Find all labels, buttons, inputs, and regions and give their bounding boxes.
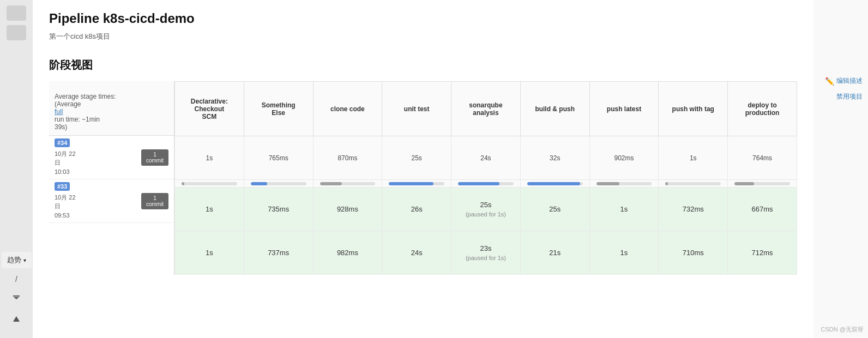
- bar-cell-8: [728, 180, 797, 188]
- avg-time-2: 870ms: [313, 136, 382, 180]
- bar-cell-1: [244, 180, 313, 188]
- main-content: Pipeline k8s-cicd-demo 第一个cicd k8s项目 阶段视…: [33, 0, 813, 338]
- build-badge-34[interactable]: #34: [55, 138, 70, 147]
- b34-stage-1[interactable]: 735ms: [244, 188, 313, 231]
- bar-cell-0: [175, 180, 244, 188]
- avg-bar-row: [175, 180, 797, 188]
- scroll-up-icon[interactable]: [8, 290, 25, 306]
- avg-time-0: 1s: [175, 136, 244, 180]
- b33-stage-2[interactable]: 982ms: [313, 231, 382, 275]
- bar-cell-3: [382, 180, 451, 188]
- sidebar-top-btn-2[interactable]: [7, 25, 26, 40]
- commit-box-34[interactable]: 1commit: [141, 149, 168, 166]
- stage-table-wrapper: Declarative:CheckoutSCM SomethingElse cl…: [174, 81, 797, 275]
- build-badge-33[interactable]: #33: [55, 182, 70, 191]
- avg-time-1: 765ms: [244, 136, 313, 180]
- stage-header-2: clone code: [313, 82, 382, 136]
- avg-time-6: 902ms: [589, 136, 659, 180]
- stage-header-7: push with tag: [659, 82, 728, 136]
- trend-item[interactable]: 趋势 ▾: [2, 252, 32, 268]
- bar-cell-2: [313, 180, 382, 188]
- b33-stage-6[interactable]: 1s: [589, 231, 659, 275]
- chevron-down-icon: ▾: [23, 257, 26, 263]
- arrow-up-icon[interactable]: [8, 311, 25, 327]
- left-sidebar: 趋势 ▾ /: [0, 0, 33, 338]
- b34-stage-3[interactable]: 26s: [382, 188, 451, 231]
- edit-description-link[interactable]: ✏️ 编辑描述: [825, 76, 863, 86]
- stage-header-8: deploy toproduction: [728, 82, 797, 136]
- build-info-34: 10月 22 日 10:03: [55, 149, 76, 177]
- bar-cell-4: [451, 180, 521, 188]
- avg-time-7: 1s: [659, 136, 728, 180]
- avg-time-3: 25s: [382, 136, 451, 180]
- avg-time-5: 32s: [520, 136, 589, 180]
- bar-cell-7: [659, 180, 728, 188]
- stage-header-5: build & push: [520, 82, 589, 136]
- build-info-33: 10月 22 日 09:53: [55, 193, 76, 220]
- avg-time-4: 24s: [451, 136, 521, 180]
- stage-table: Declarative:CheckoutSCM SomethingElse cl…: [174, 81, 797, 275]
- disable-project-link[interactable]: 禁用项目: [836, 92, 863, 101]
- b34-stage-8[interactable]: 667ms: [728, 188, 797, 231]
- avg-line2: (Average full run time: ~1min: [55, 100, 168, 123]
- b34-stage-7[interactable]: 732ms: [659, 188, 728, 231]
- stage-header-1: SomethingElse: [244, 82, 313, 136]
- build-34-data-row: 1s 735ms 928ms 26s 25s(paused for 1s) 25…: [175, 188, 797, 231]
- avg-times-row: 1s 765ms 870ms 25s 24s 32s 902ms 1s 764m…: [175, 136, 797, 180]
- b33-stage-5[interactable]: 21s: [520, 231, 589, 275]
- stage-header-3: unit test: [382, 82, 451, 136]
- b33-stage-4[interactable]: 23s(paused for 1s): [451, 231, 521, 275]
- sidebar-top-btn-1[interactable]: [7, 5, 26, 21]
- b33-stage-8[interactable]: 712ms: [728, 231, 797, 275]
- b33-stage-3[interactable]: 24s: [382, 231, 451, 275]
- build-row-34: #34 10月 22 日 10:03 1commit: [49, 136, 174, 179]
- svg-rect-0: [13, 295, 20, 297]
- full-link[interactable]: full: [55, 108, 63, 116]
- pencil-icon: ✏️: [825, 77, 834, 86]
- b33-stage-0[interactable]: 1s: [175, 231, 244, 275]
- b33-stage-7[interactable]: 710ms: [659, 231, 728, 275]
- avg-times-header: Average stage times: (Average full run t…: [49, 81, 174, 136]
- avg-line4: 39s): [55, 123, 168, 131]
- stage-header-row: Declarative:CheckoutSCM SomethingElse cl…: [175, 82, 797, 136]
- right-sidebar: ✏️ 编辑描述 禁用项目: [813, 0, 868, 338]
- commit-box-33[interactable]: 1commit: [141, 193, 168, 209]
- avg-line1: Average stage times:: [55, 93, 168, 100]
- build-33-data-row: 1s 737ms 982ms 24s 23s(paused for 1s) 21…: [175, 231, 797, 275]
- b34-stage-2[interactable]: 928ms: [313, 188, 382, 231]
- svg-marker-1: [14, 297, 19, 299]
- b34-stage-0[interactable]: 1s: [175, 188, 244, 231]
- slash-nav-item[interactable]: /: [10, 273, 23, 286]
- b34-stage-5[interactable]: 25s: [520, 188, 589, 231]
- build-list: Average stage times: (Average full run t…: [49, 81, 174, 275]
- stage-header-0: Declarative:CheckoutSCM: [175, 82, 244, 136]
- build-row-33: #33 10月 22 日 09:53 1commit: [49, 179, 174, 223]
- page-title: Pipeline k8s-cicd-demo: [49, 11, 797, 26]
- watermark: CSDN @无双呀: [821, 325, 864, 334]
- avg-time-8: 764ms: [728, 136, 797, 180]
- stage-view: Average stage times: (Average full run t…: [49, 81, 797, 275]
- b33-stage-1[interactable]: 737ms: [244, 231, 313, 275]
- disable-project-text: 禁用项目: [836, 92, 863, 101]
- b34-stage-6[interactable]: 1s: [589, 188, 659, 231]
- b34-stage-4[interactable]: 25s(paused for 1s): [451, 188, 521, 231]
- svg-marker-2: [13, 316, 20, 322]
- stage-header-6: push latest: [589, 82, 659, 136]
- edit-description-text: 编辑描述: [836, 76, 863, 86]
- page-subtitle: 第一个cicd k8s项目: [49, 32, 797, 41]
- stage-header-4: sonarqubeanalysis: [451, 82, 521, 136]
- section-title: 阶段视图: [49, 58, 797, 73]
- bar-cell-6: [589, 180, 659, 188]
- trend-label-text: 趋势: [7, 255, 21, 265]
- bar-cell-5: [520, 180, 589, 188]
